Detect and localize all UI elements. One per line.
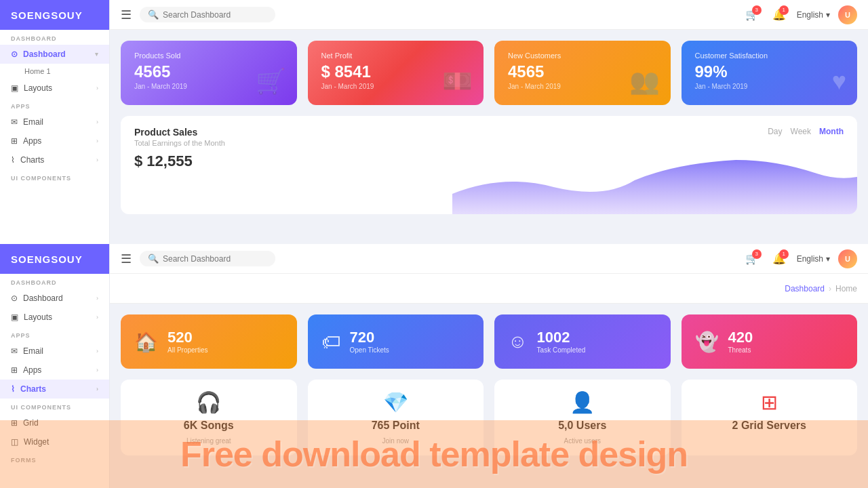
breadcrumb-current: Home [835,284,857,293]
sales-chart [452,160,857,214]
sidebar-sub-home1[interactable]: Home 1 [0,64,109,79]
sidebar-item-charts-b[interactable]: ⌇ Charts › [0,380,109,399]
chevron-email: › [96,119,98,125]
cart-button[interactable]: 🛒 3 [743,5,762,24]
tasks-icon: ☺ [508,331,528,352]
threats-label: Threats [728,346,753,354]
menu-icon[interactable]: ☰ [121,7,132,22]
layouts-icon: ▣ [11,83,18,93]
sidebar-item-apps[interactable]: ⊞ Apps › [0,131,109,150]
tab-week[interactable]: Week [791,127,811,136]
threats-icon: 👻 [695,331,719,353]
sidebar-item-layouts[interactable]: ▣ Layouts › [0,79,109,98]
tasks-value: 1002 [537,330,586,345]
users-icon: 👤 [570,390,595,414]
section-label-ui-b: UI COMPONENTS [0,399,109,413]
chevron-layouts-b: › [96,314,98,321]
bell-button[interactable]: 🔔 1 [770,5,789,24]
chevron-charts-b: › [96,386,98,392]
apps-icon: ⊞ [11,136,18,146]
bottom-stats-grid: 🏠 520 All Properties 🏷 720 Open Tickets … [110,304,868,380]
sales-panel: Product Sales Total Earnings of the Mont… [121,116,857,214]
bottom-card-properties: 🏠 520 All Properties [121,314,297,369]
main-top: ☰ 🔍 🛒 3 🔔 1 English ▾ U [110,0,868,244]
charts-icon: ⌇ [11,155,15,165]
watermark-text: Free download template design [180,434,688,474]
email-icon: ✉ [11,117,18,127]
sales-subtitle: Total Earnings of the Month [134,139,844,147]
breadcrumb-separator: › [829,284,831,293]
charts-icon-b: ⌇ [11,384,15,394]
properties-icon: 🏠 [134,331,158,353]
properties-value: 520 [167,330,208,345]
stat-title-1: Products Sold [134,52,283,60]
dashboard-icon: ⊙ [11,49,18,59]
sidebar-item-dashboard[interactable]: ⊙ Dashboard ▾ [0,45,109,64]
search-box-top[interactable]: 🔍 [140,7,275,22]
breadcrumb: Dashboard › Home [785,284,857,293]
sidebar-label-email-b: Email [23,346,43,356]
tickets-icon: 🏷 [321,331,340,353]
lang-label: English [797,10,823,20]
search-input-bottom[interactable] [163,254,264,264]
sidebar-item-apps-b[interactable]: ⊞ Apps › [0,361,109,380]
tickets-label: Open Tickets [350,346,389,354]
cart-button-b[interactable]: 🛒 3 [743,249,762,268]
search-icon-b: 🔍 [148,253,159,264]
dashboard-icon-b: ⊙ [11,293,18,303]
section-label-dashboard-b: DASHBOARD [0,274,109,289]
bottom-card-tickets: 🏷 720 Open Tickets [308,314,484,369]
user-avatar-top[interactable]: U [838,5,857,24]
search-box-bottom[interactable]: 🔍 [140,251,275,266]
sidebar-label-charts-b: Charts [20,384,46,394]
section-label-dashboard: DASHBOARD [0,30,109,45]
bell-badge-b: 1 [779,249,789,259]
sales-title: Product Sales [134,127,844,138]
sidebar-label-layouts-b: Layouts [24,312,52,322]
language-selector[interactable]: English ▾ [797,10,830,20]
tab-month[interactable]: Month [819,127,844,136]
sidebar-item-charts[interactable]: ⌇ Charts › [0,150,109,169]
servers-icon: ⊞ [761,390,778,414]
chevron-dashboard-b: › [96,295,98,302]
sales-tabs: Day Week Month [768,127,844,136]
stat-value-4: 99% [695,62,844,81]
language-selector-b[interactable]: English ▾ [797,254,830,264]
chevron-apps: › [96,138,98,144]
sidebar-item-layouts-b[interactable]: ▣ Layouts › [0,308,109,327]
search-input-top[interactable] [163,10,264,20]
lang-arrow-icon-b: ▾ [826,254,830,264]
section-label-apps-b: APPS [0,327,109,342]
sidebar-label-charts: Charts [20,155,44,165]
brand-logo-top: SOENGSOUY [0,0,109,30]
stat-icon-1: 🛒 [256,67,286,96]
bell-button-b[interactable]: 🔔 1 [770,249,789,268]
breadcrumb-home[interactable]: Dashboard [785,284,825,293]
sidebar-item-email[interactable]: ✉ Email › [0,113,109,131]
sidebar-item-dashboard-b[interactable]: ⊙ Dashboard › [0,289,109,308]
layouts-icon-b: ▣ [11,312,18,322]
search-icon: 🔍 [148,9,159,20]
bottom-card-threats: 👻 420 Threats [682,314,858,369]
stat-icon-4: ♥ [832,67,846,96]
tab-day[interactable]: Day [768,127,782,136]
points-icon: 💎 [383,390,408,414]
email-icon-b: ✉ [11,346,18,356]
sidebar-label-apps-b: Apps [23,365,41,375]
sidebar-top: SOENGSOUY DASHBOARD ⊙ Dashboard ▾ Home 1… [0,0,110,244]
threats-value: 420 [728,330,753,345]
sidebar-label-layouts: Layouts [24,83,52,93]
stat-period-4: Jan - March 2019 [695,83,844,90]
stat-icon-2: 💵 [442,67,473,96]
chevron-apps-b: › [96,367,98,373]
sidebar-label-apps: Apps [23,136,41,146]
lang-label-b: English [797,254,823,264]
chevron-charts: › [96,157,98,163]
section-label-apps: APPS [0,98,109,113]
brand-logo-bottom: SOENGSOUY [0,244,109,274]
sidebar-label-email: Email [23,117,43,127]
menu-icon-b[interactable]: ☰ [121,251,132,266]
user-avatar-bottom[interactable]: U [838,249,857,268]
stat-card-profit: Net Profit $ 8541 Jan - March 2019 💵 [308,41,484,105]
sidebar-item-email-b[interactable]: ✉ Email › [0,342,109,361]
